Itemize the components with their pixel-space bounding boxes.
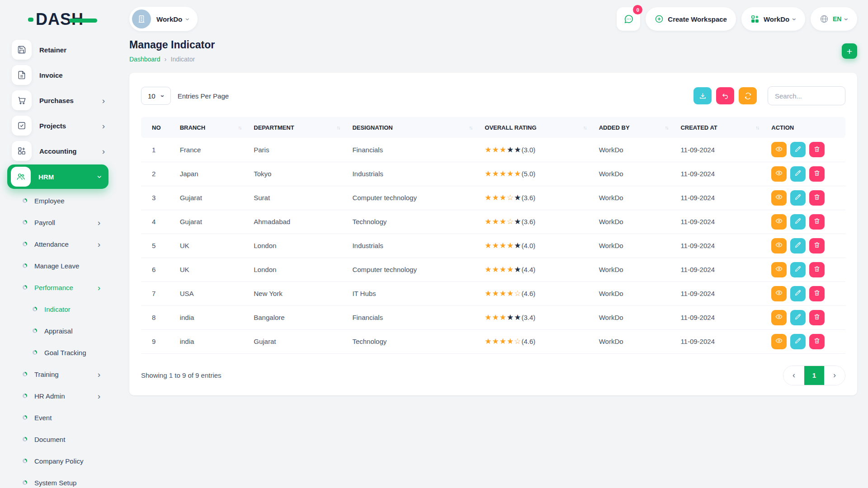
sidebar-item-goal-tracking[interactable]: Goal Tracking xyxy=(0,342,117,363)
delete-button[interactable] xyxy=(809,286,825,301)
edit-button[interactable] xyxy=(790,262,806,277)
entries-per-page-label: Entries Per Page xyxy=(178,92,229,100)
cell-branch: india xyxy=(180,305,254,329)
edit-button[interactable] xyxy=(790,214,806,230)
sidebar-item-attendance[interactable]: Attendance› xyxy=(0,233,117,255)
pencil-icon xyxy=(794,313,802,322)
delete-button[interactable] xyxy=(809,190,825,206)
next-page-button[interactable]: › xyxy=(824,366,845,385)
reset-button[interactable] xyxy=(716,87,734,104)
cell-added-by: WorkDo xyxy=(599,162,681,186)
edit-button[interactable] xyxy=(790,286,806,301)
sidebar-item-company-policy[interactable]: Company Policy xyxy=(0,450,117,472)
edit-button[interactable] xyxy=(790,310,806,325)
sidebar-item-document[interactable]: Document xyxy=(0,428,117,450)
edit-button[interactable] xyxy=(790,334,806,349)
column-header-no: NO xyxy=(141,117,180,138)
sidebar-item-purchases[interactable]: Purchases› xyxy=(0,88,117,113)
sidebar-item-payroll[interactable]: Payroll› xyxy=(0,211,117,233)
edit-button[interactable] xyxy=(790,238,806,253)
sort-icon[interactable]: ↑↓ xyxy=(238,125,241,130)
view-button[interactable] xyxy=(771,262,787,277)
sidebar-item-retainer[interactable]: Retainer xyxy=(0,37,117,62)
delete-button[interactable] xyxy=(809,310,825,325)
sidebar-item-appraisal[interactable]: Appraisal xyxy=(0,320,117,342)
sort-icon[interactable]: ↑↓ xyxy=(469,125,472,130)
sidebar-item-hrm[interactable]: HRM› xyxy=(7,164,108,189)
sidebar-item-performance[interactable]: Performance› xyxy=(0,277,117,298)
sort-icon[interactable]: ↑↓ xyxy=(336,125,340,130)
page-1-button[interactable]: 1 xyxy=(804,366,824,385)
pencil-icon xyxy=(794,217,802,226)
workspace-menu-button[interactable]: WorkDo › xyxy=(741,7,805,31)
sidebar-item-employee[interactable]: Employee xyxy=(0,190,117,211)
view-button[interactable] xyxy=(771,286,787,301)
sidebar-item-projects[interactable]: Projects› xyxy=(0,113,117,138)
table-row: 3GujaratSuratComputer technology★★★☆★(3.… xyxy=(141,186,845,210)
workspace-selector[interactable]: WorkDo › xyxy=(129,7,198,31)
delete-button[interactable] xyxy=(809,142,825,157)
view-button[interactable] xyxy=(771,166,787,182)
sort-icon[interactable]: ↑↓ xyxy=(665,125,668,130)
column-header-department[interactable]: DEPARTMENT↑↓ xyxy=(254,117,352,138)
entries-per-page-select[interactable]: 10 › xyxy=(141,87,171,105)
cell-branch: Gujarat xyxy=(180,210,254,234)
cell-department: Bangalore xyxy=(254,305,352,329)
add-indicator-button[interactable]: + xyxy=(842,43,857,59)
view-button[interactable] xyxy=(771,238,787,253)
cell-branch: UK xyxy=(180,258,254,282)
star-filled-icon: ★ xyxy=(500,217,506,226)
sort-icon[interactable]: ↑↓ xyxy=(583,125,586,130)
sidebar-item-manage-leave[interactable]: Manage Leave xyxy=(0,255,117,277)
column-header-created-at[interactable]: CREATED AT↑↓ xyxy=(680,117,771,138)
star-filled-icon: ★ xyxy=(507,265,514,274)
sidebar-item-invoice[interactable]: Invoice xyxy=(0,62,117,88)
delete-button[interactable] xyxy=(809,262,825,277)
view-button[interactable] xyxy=(771,214,787,230)
column-header-overall-rating[interactable]: OVERALL RATING↑↓ xyxy=(485,117,599,138)
refresh-button[interactable] xyxy=(739,87,757,104)
edit-button[interactable] xyxy=(790,190,806,206)
sidebar-item-accounting[interactable]: Accounting› xyxy=(0,138,117,164)
previous-page-button[interactable]: ‹ xyxy=(783,366,804,385)
view-button[interactable] xyxy=(771,142,787,157)
sidebar-item-hr-admin[interactable]: HR Admin› xyxy=(0,385,117,407)
view-button[interactable] xyxy=(771,190,787,206)
edit-button[interactable] xyxy=(790,166,806,182)
delete-button[interactable] xyxy=(809,166,825,182)
delete-button[interactable] xyxy=(809,334,825,349)
column-header-designation[interactable]: DESIGNATION↑↓ xyxy=(352,117,485,138)
messages-button[interactable]: 0 xyxy=(617,7,640,31)
edit-button[interactable] xyxy=(790,142,806,157)
sidebar-item-indicator[interactable]: Indicator xyxy=(0,298,117,320)
cell-action xyxy=(771,234,845,258)
sidebar-item-event[interactable]: Event xyxy=(0,407,117,428)
view-button[interactable] xyxy=(771,334,787,349)
delete-button[interactable] xyxy=(809,214,825,230)
logo-dot-icon xyxy=(28,18,33,22)
bullet-icon xyxy=(23,415,27,420)
cell-created-at: 11-09-2024 xyxy=(680,234,771,258)
app-logo[interactable]: DASH xyxy=(28,10,84,29)
cell-action xyxy=(771,138,845,162)
delete-button[interactable] xyxy=(809,238,825,253)
column-header-added-by[interactable]: ADDED BY↑↓ xyxy=(599,117,681,138)
column-header-branch[interactable]: BRANCH↑↓ xyxy=(180,117,254,138)
download-icon xyxy=(699,92,707,100)
view-button[interactable] xyxy=(771,310,787,325)
star-half-icon: ☆ xyxy=(507,217,514,226)
create-workspace-button[interactable]: Create Workspace xyxy=(646,7,736,31)
bullet-icon xyxy=(33,328,37,333)
language-selector[interactable]: EN › xyxy=(811,7,857,31)
sidebar-item-training[interactable]: Training› xyxy=(0,363,117,385)
sort-icon[interactable]: ↑↓ xyxy=(755,125,759,130)
search-input[interactable] xyxy=(768,86,845,105)
export-button[interactable] xyxy=(693,87,712,104)
sidebar-item-system-setup[interactable]: System Setup xyxy=(0,472,117,488)
breadcrumb-current: Indicator xyxy=(171,56,195,63)
trash-icon xyxy=(813,217,821,226)
breadcrumb-dashboard-link[interactable]: Dashboard xyxy=(129,56,160,63)
breadcrumb: Dashboard › Indicator xyxy=(129,55,215,63)
showing-entries-text: Showing 1 to 9 of 9 entries xyxy=(141,371,222,379)
cell-added-by: WorkDo xyxy=(599,305,681,329)
